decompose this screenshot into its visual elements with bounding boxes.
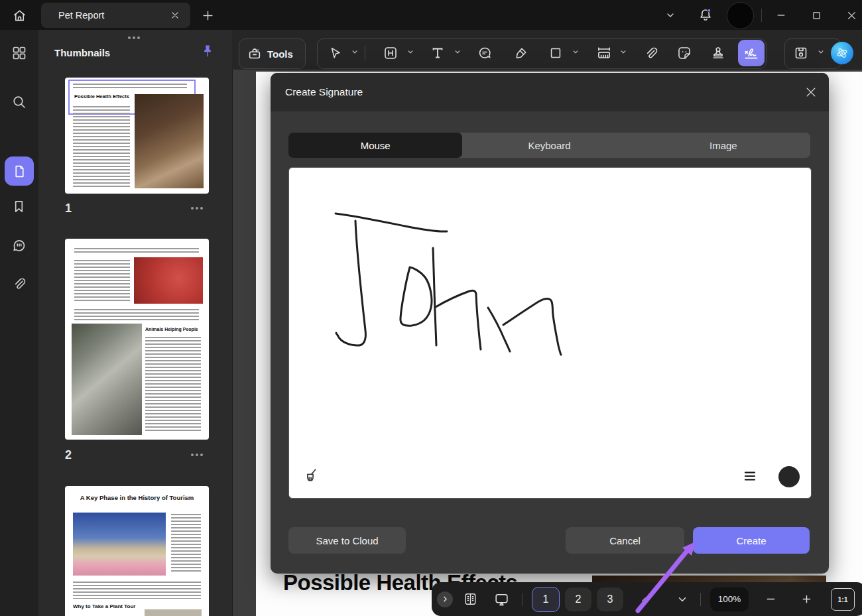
ai-assistant-button[interactable]: [831, 42, 853, 64]
panel-drag-handle[interactable]: [133, 36, 135, 39]
thumb3-subheading: Why to Take a Plant Tour: [73, 603, 135, 609]
comment-tool[interactable]: [475, 42, 494, 64]
home-button[interactable]: [11, 7, 28, 23]
line-weight-icon: [741, 467, 759, 485]
save-to-cloud-button[interactable]: Save to Cloud: [288, 527, 406, 554]
titlebar: Pet Report: [0, 0, 862, 30]
presentation-button[interactable]: [489, 587, 514, 612]
minimize-button[interactable]: [772, 7, 790, 23]
paperclip-icon: [11, 277, 27, 292]
dialog-close-button[interactable]: [804, 86, 819, 100]
highlighter-tool[interactable]: [511, 42, 530, 64]
text-tool-dropdown[interactable]: [453, 47, 462, 56]
thumb3-havana-photo: [73, 513, 166, 576]
heading-tool-dropdown[interactable]: [406, 47, 415, 56]
thumb3-heading: A Key Phase in the History of Tourism: [72, 494, 202, 501]
select-tool-dropdown[interactable]: [350, 47, 359, 56]
stamp-tool[interactable]: [709, 42, 727, 64]
thumbnail-page-1[interactable]: Possible Health Effects: [65, 78, 209, 194]
save-button[interactable]: [791, 42, 811, 64]
zoom-out-button[interactable]: [761, 589, 780, 609]
create-signature-dialog: Create Signature Mouse Keyboard Image: [271, 73, 829, 574]
maximize-button[interactable]: [807, 7, 826, 23]
thumb2-page-number: 2: [65, 448, 72, 462]
sidebar-item-search[interactable]: [11, 94, 27, 110]
sticker-tool[interactable]: [675, 42, 694, 64]
thumb3-right-textlines: [171, 514, 201, 574]
minimize-icon: [775, 9, 787, 21]
thumb2-mid-textlines: [74, 309, 199, 321]
thumbnail-page-2[interactable]: Animals Helping People: [65, 239, 209, 440]
stroke-width-button[interactable]: [741, 467, 760, 486]
page-button-1[interactable]: 1: [532, 587, 560, 612]
book-layout-icon: [463, 591, 478, 607]
sidebar-item-apps[interactable]: [11, 45, 27, 61]
close-icon: [846, 10, 857, 21]
cursor-icon: [328, 46, 343, 60]
sidebar-item-attachments[interactable]: [11, 277, 27, 292]
home-icon: [12, 8, 27, 23]
paperclip-icon: [643, 46, 658, 61]
dialog-title: Create Signature: [285, 86, 363, 98]
thumb1-more-button[interactable]: [196, 207, 198, 210]
attach-tool[interactable]: [641, 42, 660, 64]
plus-icon: [800, 593, 813, 605]
thumb2-heading: Animals Helping People: [145, 327, 198, 332]
next-page-button[interactable]: [672, 589, 692, 609]
page-button-2[interactable]: 2: [565, 587, 591, 611]
shape-tool[interactable]: [546, 42, 565, 64]
bell-icon: [698, 7, 713, 23]
user-avatar[interactable]: [727, 2, 754, 29]
tab-keyboard[interactable]: Keyboard: [462, 133, 636, 158]
pin-icon: [200, 43, 216, 59]
titlebar-dropdown[interactable]: [663, 9, 678, 21]
app-window: Pet Report: [0, 0, 862, 616]
sidebar-item-bookmarks[interactable]: [11, 199, 27, 215]
sidebar-rail: [0, 30, 38, 616]
measure-tool-dropdown[interactable]: [619, 47, 628, 56]
square-icon: [548, 46, 563, 60]
create-button[interactable]: Create: [693, 527, 810, 554]
reading-layout-button[interactable]: [458, 587, 482, 611]
tab-mouse[interactable]: Mouse: [288, 133, 462, 158]
cancel-button[interactable]: Cancel: [566, 527, 684, 554]
select-tool[interactable]: [327, 42, 344, 64]
page-button-3[interactable]: 3: [597, 587, 623, 611]
toolbox-icon: [247, 46, 262, 61]
notifications-button[interactable]: [696, 6, 715, 25]
zoom-in-button[interactable]: [796, 589, 816, 609]
signature-tool-active[interactable]: [738, 40, 765, 66]
tab-image[interactable]: Image: [637, 133, 810, 158]
tab-close-icon[interactable]: [170, 11, 180, 20]
measure-tool[interactable]: [594, 42, 614, 64]
clear-canvas-button[interactable]: [301, 466, 321, 486]
broom-icon: [301, 466, 320, 485]
minus-icon: [765, 593, 777, 605]
sidebar-item-thumbnails[interactable]: [5, 156, 34, 186]
stroke-color-swatch[interactable]: [778, 466, 800, 487]
chevron-down-icon: [571, 47, 580, 56]
signature-strokes: [289, 168, 811, 498]
signature-drawing-canvas[interactable]: [288, 167, 812, 499]
thumb3-plant-photo: [145, 609, 202, 616]
thumb1-page-number: 1: [65, 202, 72, 216]
thumb2-more-button[interactable]: [196, 454, 198, 456]
actual-size-button[interactable]: 1:1: [831, 588, 855, 611]
pin-panel-button[interactable]: [200, 43, 216, 59]
new-tab-button[interactable]: [200, 8, 215, 23]
previous-page-button[interactable]: [635, 589, 655, 609]
text-tool[interactable]: [428, 42, 447, 64]
save-dropdown[interactable]: [816, 47, 826, 56]
shape-tool-dropdown[interactable]: [571, 47, 580, 56]
thumb2-holiday-dogs-photo: [134, 257, 203, 304]
thumbnails-panel: Thumbnails Possible Health Effects 1 Ani…: [38, 30, 233, 616]
expand-bar-button[interactable]: [437, 591, 453, 607]
thumb2-cat-photo: [72, 324, 142, 435]
close-window-button[interactable]: [842, 7, 861, 23]
tools-button[interactable]: Tools: [239, 38, 306, 69]
zoom-level[interactable]: 100%: [710, 587, 749, 611]
heading-tool[interactable]: [381, 42, 400, 64]
thumbnail-page-3[interactable]: A Key Phase in the History of Tourism Wh…: [65, 486, 209, 616]
sidebar-item-comments[interactable]: [11, 237, 27, 253]
document-tab[interactable]: Pet Report: [41, 3, 190, 28]
